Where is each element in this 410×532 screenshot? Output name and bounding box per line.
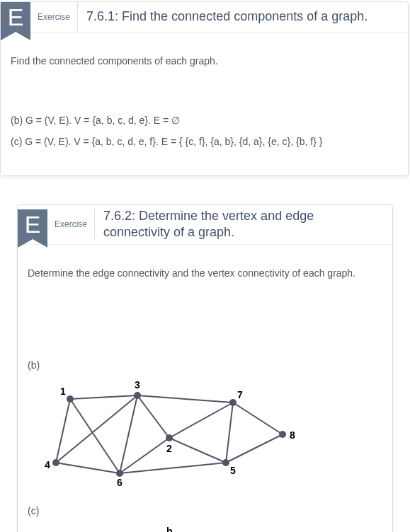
svg-point-17 [52,459,59,466]
svg-point-29 [279,431,286,438]
exercise-part-b: (b) G = (V, E). V = {a, b, c, d, e}. E =… [11,115,398,126]
exercise-badge-icon: E [1,2,30,32]
svg-text:6: 6 [117,477,123,488]
svg-line-8 [169,403,233,438]
exercise-title: 7.6.2: Determine the vertex and edge con… [95,205,392,244]
part-b-block: (b) 14362758 [28,359,382,491]
exercise-block-762: E Exercise 7.6.2: Determine the vertex a… [17,204,393,532]
part-c-block: (c) abcde [28,505,382,532]
svg-point-27 [222,459,229,466]
exercise-body: Determine the edge connectivity and the … [18,245,392,532]
exercise-header: E Exercise 7.6.2: Determine the vertex a… [18,205,392,245]
svg-text:7: 7 [237,389,243,400]
svg-line-9 [169,438,226,463]
exercise-badge-letter: E [18,209,47,239]
exercise-part-c: (c) G = (V, E). V = {a, b, c, d, e, f}. … [11,136,398,147]
svg-line-10 [137,395,233,403]
svg-line-11 [120,463,226,473]
svg-line-12 [226,403,233,463]
svg-text:5: 5 [230,465,236,476]
part-c-label: (c) [28,505,39,516]
exercise-block-761: E Exercise 7.6.1: Find the connected com… [0,1,409,176]
svg-point-15 [67,395,74,403]
svg-line-14 [226,434,283,463]
svg-point-21 [116,470,123,477]
exercise-label: Exercise [30,2,78,32]
svg-line-2 [70,399,120,473]
svg-point-25 [229,399,237,406]
svg-text:4: 4 [45,459,50,470]
exercise-badge-icon: E [18,209,47,239]
svg-point-23 [166,434,173,441]
exercise-body: Find the connected components of each gr… [1,33,408,175]
svg-text:1: 1 [60,386,66,397]
svg-text:8: 8 [290,429,295,441]
svg-point-19 [134,392,141,399]
svg-text:b: b [166,526,173,532]
graph-c: abcde [28,524,382,532]
exercise-intro: Determine the edge connectivity and the … [28,267,382,279]
svg-text:3: 3 [135,379,140,391]
graph-b: 14362758 [28,378,382,491]
svg-text:2: 2 [166,443,172,454]
exercise-label: Exercise [47,209,95,239]
exercise-intro: Find the connected components of each gr… [11,55,398,66]
exercise-title: 7.6.1: Find the connected components of … [78,6,376,28]
exercise-badge-letter: E [1,2,30,32]
part-b-label: (b) [28,359,40,371]
exercise-header: E Exercise 7.6.1: Find the connected com… [1,2,408,33]
svg-line-6 [137,395,169,438]
svg-line-1 [70,395,137,399]
svg-line-13 [233,403,283,434]
svg-line-4 [56,463,120,473]
